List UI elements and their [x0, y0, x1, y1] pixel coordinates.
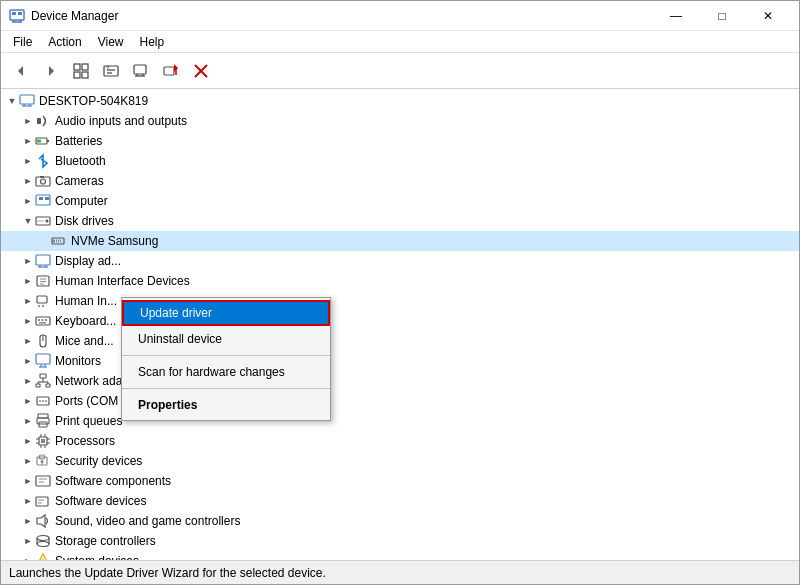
tree-item-nvme[interactable]: NVMe Samsung 256GB: [1, 231, 799, 251]
tree-item-system[interactable]: ► System devices: [1, 551, 799, 560]
print-label: Print queues: [55, 414, 122, 428]
properties-button[interactable]: ?: [97, 57, 125, 85]
tree-item-storage[interactable]: ► Storage controllers: [1, 531, 799, 551]
svg-rect-11: [82, 72, 88, 78]
system-icon: [35, 553, 51, 560]
menu-help[interactable]: Help: [132, 33, 173, 51]
expand-firmware-icon: ►: [21, 274, 35, 288]
processors-label: Processors: [55, 434, 115, 448]
mouse-icon: [35, 333, 51, 349]
svg-rect-28: [37, 118, 41, 124]
minimize-button[interactable]: —: [653, 1, 699, 31]
expand-bluetooth-icon: ►: [21, 154, 35, 168]
tree-item-firmware[interactable]: ► Human Interface Devices: [1, 271, 799, 291]
svg-rect-31: [37, 140, 41, 143]
tree-item-security[interactable]: ► Security devices: [1, 451, 799, 471]
svg-rect-36: [39, 197, 43, 200]
window-controls: — □ ✕: [653, 1, 791, 31]
svg-rect-95: [36, 476, 50, 486]
svg-rect-4: [12, 12, 16, 15]
svg-rect-20: [164, 67, 174, 75]
sound-icon: [35, 513, 51, 529]
svg-point-105: [37, 542, 49, 547]
human-icon: [35, 293, 51, 309]
tree-item-audio[interactable]: ► Audio inputs and outputs: [1, 111, 799, 131]
mice-label: Mice and...: [55, 334, 114, 348]
ctx-properties[interactable]: Properties: [122, 392, 330, 418]
expand-processors-icon: ►: [21, 434, 35, 448]
sw-dev-icon: [35, 493, 51, 509]
svg-point-77: [45, 400, 47, 402]
tree-item-display[interactable]: ► Display ad...: [1, 251, 799, 271]
cameras-label: Cameras: [55, 174, 104, 188]
expand-ports-icon: ►: [21, 394, 35, 408]
tree-item-processors[interactable]: ► Processors: [1, 431, 799, 451]
svg-rect-34: [40, 176, 44, 178]
menu-view[interactable]: View: [90, 33, 132, 51]
tree-item-bluetooth[interactable]: ► Bluetooth: [1, 151, 799, 171]
update-driver-btn[interactable]: [157, 57, 185, 85]
svg-point-33: [41, 179, 46, 184]
bluetooth-icon: [35, 153, 51, 169]
device-view-button[interactable]: [127, 57, 155, 85]
device-manager-window: Device Manager — □ ✕ File Action View He…: [0, 0, 800, 585]
human-label: Human In...: [55, 294, 117, 308]
menu-file[interactable]: File: [5, 33, 40, 51]
tree-item-sound[interactable]: ► Sound, video and game controllers: [1, 511, 799, 531]
tree-item-software-comp[interactable]: ► Software components: [1, 471, 799, 491]
expand-sound-icon: ►: [21, 514, 35, 528]
ctx-update-driver[interactable]: Update driver: [122, 300, 330, 326]
root-label: DESKTOP-504K819: [39, 94, 148, 108]
security-icon: [35, 453, 51, 469]
tree-item-batteries[interactable]: ► Batteries: [1, 131, 799, 151]
maximize-button[interactable]: □: [699, 1, 745, 31]
expand-mice-icon: ►: [21, 334, 35, 348]
tree-item-disk[interactable]: ▼ Disk drives: [1, 211, 799, 231]
tree-item-cameras[interactable]: ► Cameras: [1, 171, 799, 191]
keyboard-icon: [35, 313, 51, 329]
expand-cameras-icon: ►: [21, 174, 35, 188]
svg-rect-24: [20, 95, 34, 104]
tree-item-computer[interactable]: ► Computer: [1, 191, 799, 211]
content-area: ▼ DESKTOP-504K819 ►: [1, 89, 799, 560]
ctx-uninstall[interactable]: Uninstall device: [122, 326, 330, 352]
svg-rect-69: [46, 384, 50, 387]
close-button[interactable]: ✕: [745, 1, 791, 31]
view-list-button[interactable]: [67, 57, 95, 85]
svg-rect-5: [18, 12, 22, 15]
svg-rect-8: [74, 64, 80, 70]
nvme-icon: [51, 233, 67, 249]
audio-label: Audio inputs and outputs: [55, 114, 187, 128]
status-bar: Launches the Update Driver Wizard for th…: [1, 560, 799, 584]
ctx-uninstall-label: Uninstall device: [138, 332, 222, 346]
expand-security-icon: ►: [21, 454, 35, 468]
ctx-scan[interactable]: Scan for hardware changes: [122, 359, 330, 385]
tree-item-software-dev[interactable]: ► Software devices: [1, 491, 799, 511]
computer-label: Computer: [55, 194, 108, 208]
tree-root[interactable]: ▼ DESKTOP-504K819: [1, 91, 799, 111]
svg-rect-60: [45, 319, 47, 321]
forward-button[interactable]: [37, 57, 65, 85]
back-button[interactable]: [7, 57, 35, 85]
sw-comp-label: Software components: [55, 474, 171, 488]
menu-action[interactable]: Action: [40, 33, 89, 51]
disk-label: Disk drives: [55, 214, 114, 228]
sound-label: Sound, video and game controllers: [55, 514, 240, 528]
expand-sw-dev-icon: ►: [21, 494, 35, 508]
expand-system-icon: ►: [21, 554, 35, 560]
svg-rect-43: [56, 240, 57, 243]
device-tree[interactable]: ▼ DESKTOP-504K819 ►: [1, 89, 799, 560]
expand-human-icon: ►: [21, 294, 35, 308]
svg-text:?: ?: [106, 64, 109, 70]
svg-rect-10: [74, 72, 80, 78]
svg-point-93: [41, 460, 44, 463]
svg-rect-46: [36, 255, 50, 265]
context-menu: Update driver Uninstall device Scan for …: [121, 297, 331, 421]
svg-marker-101: [37, 515, 45, 527]
processor-icon: [35, 433, 51, 449]
uninstall-button[interactable]: [187, 57, 215, 85]
window-title: Device Manager: [31, 9, 653, 23]
svg-rect-16: [134, 65, 146, 74]
expand-monitors-icon: ►: [21, 354, 35, 368]
svg-rect-54: [37, 296, 47, 303]
